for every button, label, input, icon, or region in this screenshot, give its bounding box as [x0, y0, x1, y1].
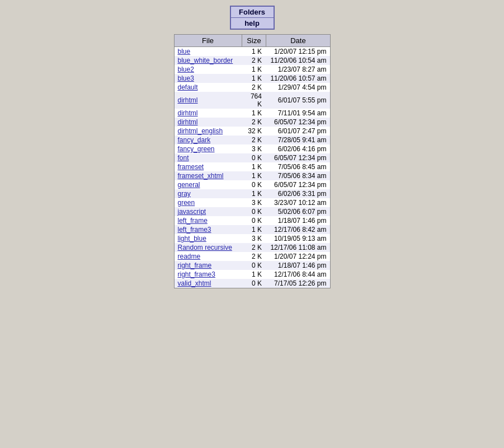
file-name-cell: light_blue: [174, 234, 242, 243]
file-name-cell: readme: [174, 252, 242, 261]
date-cell: 1/29/07 4:54 pm: [266, 83, 330, 92]
file-name-cell: gray: [174, 189, 242, 198]
size-cell: 3 K: [242, 144, 266, 153]
size-cell: 0 K: [242, 207, 266, 216]
file-name-cell: frameset: [174, 162, 242, 171]
table-row: frameset1 K7/05/06 8:45 am: [174, 162, 330, 171]
file-link[interactable]: dirhtml: [178, 96, 198, 104]
date-cell: 7/28/05 9:41 am: [266, 136, 330, 144]
file-link[interactable]: dirhtml: [178, 109, 198, 117]
size-cell: 1 K: [242, 225, 266, 234]
size-cell: 764 K: [242, 92, 266, 109]
table-row: right_frame31 K12/17/06 8:44 am: [174, 270, 330, 279]
file-link[interactable]: gray: [178, 190, 191, 198]
file-name-cell: Random recursive: [174, 243, 242, 252]
file-link[interactable]: right_frame3: [178, 270, 215, 278]
table-row: left_frame31 K12/17/06 8:42 am: [174, 225, 330, 234]
file-name-cell: font: [174, 153, 242, 162]
top-nav: Folders help: [230, 6, 275, 30]
size-cell: 0 K: [242, 153, 266, 162]
file-name-cell: blue: [174, 47, 242, 57]
file-link[interactable]: valid_xhtml: [178, 279, 211, 287]
size-cell: 2 K: [242, 243, 266, 252]
table-row: valid_xhtml0 K7/17/05 12:26 pm: [174, 279, 330, 288]
size-cell: 0 K: [242, 261, 266, 270]
file-link[interactable]: default: [178, 83, 198, 91]
size-cell: 1 K: [242, 65, 266, 74]
size-cell: 2 K: [242, 56, 266, 65]
file-name-cell: right_frame3: [174, 270, 242, 279]
size-cell: 1 K: [242, 74, 266, 83]
file-link[interactable]: blue: [178, 48, 191, 55]
table-row: gray1 K6/02/06 3:31 pm: [174, 189, 330, 198]
file-link[interactable]: javascript: [178, 208, 206, 216]
size-cell: 0 K: [242, 279, 266, 288]
table-row: fancy_dark2 K7/28/05 9:41 am: [174, 136, 330, 144]
file-link[interactable]: fancy_green: [178, 145, 215, 153]
date-cell: 5/02/06 6:07 pm: [266, 207, 330, 216]
file-link[interactable]: light_blue: [178, 235, 206, 242]
size-cell: 1 K: [242, 47, 266, 57]
date-cell: 6/05/07 12:34 pm: [266, 180, 330, 189]
table-row: dirhtml764 K6/01/07 5:55 pm: [174, 92, 330, 109]
date-column-header: Date: [266, 35, 330, 47]
file-name-cell: fancy_dark: [174, 136, 242, 144]
date-cell: 6/02/06 4:16 pm: [266, 144, 330, 153]
file-name-cell: general: [174, 180, 242, 189]
table-row: left_frame0 K1/18/07 1:46 pm: [174, 216, 330, 225]
size-cell: 0 K: [242, 216, 266, 225]
size-cell: 1 K: [242, 162, 266, 171]
file-link[interactable]: font: [178, 154, 189, 162]
date-cell: 6/05/07 12:34 pm: [266, 118, 330, 127]
file-link[interactable]: dirhtml_english: [178, 127, 223, 135]
file-name-cell: dirhtml: [174, 109, 242, 118]
file-name-cell: left_frame: [174, 216, 242, 225]
file-link[interactable]: readme: [178, 253, 201, 260]
file-link[interactable]: blue3: [178, 74, 194, 82]
size-cell: 2 K: [242, 83, 266, 92]
date-cell: 3/23/07 10:12 am: [266, 198, 330, 207]
file-link[interactable]: general: [178, 181, 200, 189]
file-name-cell: dirhtml_english: [174, 127, 242, 136]
date-cell: 11/20/06 10:57 am: [266, 74, 330, 83]
file-link[interactable]: frameset_xhtml: [178, 172, 224, 180]
size-cell: 1 K: [242, 189, 266, 198]
table-row: blue21 K1/23/07 8:27 am: [174, 65, 330, 74]
file-name-cell: fancy_green: [174, 144, 242, 153]
size-cell: 2 K: [242, 118, 266, 127]
date-cell: 11/20/06 10:54 am: [266, 56, 330, 65]
file-name-cell: dirhtml: [174, 118, 242, 127]
size-cell: 3 K: [242, 234, 266, 243]
date-cell: 1/18/07 1:46 pm: [266, 216, 330, 225]
help-button[interactable]: help: [230, 18, 275, 30]
file-link[interactable]: Random recursive: [178, 244, 232, 251]
file-name-cell: blue2: [174, 65, 242, 74]
file-link[interactable]: left_frame: [178, 217, 208, 225]
file-name-cell: right_frame: [174, 261, 242, 270]
folders-button[interactable]: Folders: [230, 6, 275, 18]
date-cell: 6/05/07 12:34 pm: [266, 153, 330, 162]
date-cell: 12/17/06 8:44 am: [266, 270, 330, 279]
table-row: general0 K6/05/07 12:34 pm: [174, 180, 330, 189]
size-cell: 1 K: [242, 109, 266, 118]
file-link[interactable]: blue2: [178, 66, 194, 73]
file-link[interactable]: right_frame: [178, 262, 212, 269]
file-link[interactable]: frameset: [178, 163, 204, 171]
date-cell: 7/05/06 8:45 am: [266, 162, 330, 171]
file-link[interactable]: green: [178, 199, 195, 207]
file-link[interactable]: left_frame3: [178, 226, 211, 234]
file-link[interactable]: dirhtml: [178, 118, 198, 126]
size-cell: 3 K: [242, 198, 266, 207]
table-row: blue31 K11/20/06 10:57 am: [174, 74, 330, 83]
file-link[interactable]: fancy_dark: [178, 136, 211, 144]
table-row: Random recursive2 K12/17/06 11:08 am: [174, 243, 330, 252]
date-cell: 6/02/06 3:31 pm: [266, 189, 330, 198]
table-row: frameset_xhtml1 K7/05/06 8:34 am: [174, 171, 330, 180]
file-link[interactable]: blue_white_border: [178, 57, 233, 64]
table-row: blue_white_border2 K11/20/06 10:54 am: [174, 56, 330, 65]
file-name-cell: left_frame3: [174, 225, 242, 234]
table-row: light_blue3 K10/19/05 9:13 am: [174, 234, 330, 243]
file-name-cell: default: [174, 83, 242, 92]
date-cell: 7/17/05 12:26 pm: [266, 279, 330, 288]
table-row: readme2 K1/20/07 12:24 pm: [174, 252, 330, 261]
